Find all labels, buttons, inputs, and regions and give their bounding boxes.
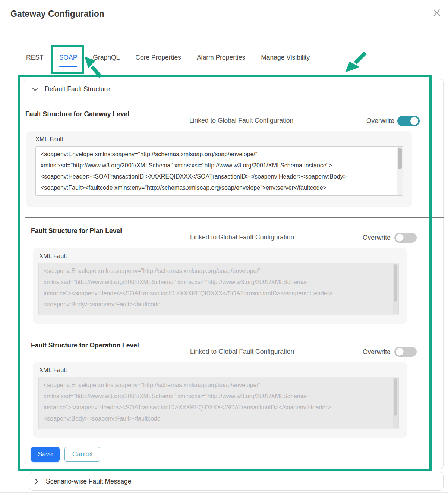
overwrite-toggle-plan[interactable] — [394, 233, 417, 243]
xml-fault-textarea-operation — [38, 377, 399, 429]
xml-fault-label: XML Fault — [39, 252, 67, 259]
linked-global-fault-text: Linked to Global Fault Configuration — [190, 233, 294, 241]
cancel-button[interactable]: Cancel — [64, 447, 100, 462]
close-icon[interactable] — [431, 7, 443, 19]
header-divider — [10, 33, 448, 33]
accordion-scenario-wise-fault-message[interactable]: Scenario-wise Fault Message — [29, 472, 444, 491]
xml-fault-textarea-gateway-wrap — [35, 146, 403, 196]
xml-fault-label: XML Fault — [35, 136, 63, 143]
arrow-down-left-icon — [341, 51, 368, 75]
toggle-knob — [396, 348, 404, 356]
chevron-right-icon — [35, 478, 38, 484]
arrow-up-left-icon — [83, 56, 103, 81]
soap-tab-highlight-box — [51, 45, 84, 74]
xml-fault-textarea-operation-wrap — [38, 377, 399, 429]
scrollbar-thumb[interactable] — [398, 148, 402, 169]
scrollbar-thumb — [394, 264, 397, 302]
toggle-knob — [410, 117, 418, 125]
gateway-configuration-modal: Gateway Configuration REST SOAP GraphQL … — [0, 0, 448, 497]
bottom-divider — [0, 492, 448, 493]
overwrite-label: Overwrite — [363, 348, 391, 356]
section-heading-plan: Fault Structure for Plan Level — [31, 227, 122, 235]
section-divider — [25, 332, 444, 332]
linked-global-fault-text: Linked to Global Fault Configuration — [189, 117, 293, 125]
resize-grip-icon — [394, 421, 398, 428]
xml-fault-textarea-plan-wrap — [38, 263, 399, 315]
section-heading-operation: Fault Structure for Operation Level — [31, 342, 139, 349]
overwrite-label: Overwrite — [366, 117, 394, 125]
accordion-title: Scenario-wise Fault Message — [46, 478, 132, 485]
scrollbar-track — [393, 264, 398, 314]
section-divider — [25, 217, 444, 218]
scrollbar-track — [393, 378, 398, 428]
scrollbar-thumb — [394, 378, 397, 416]
tab-core-properties[interactable]: Core Properties — [135, 54, 181, 62]
page-title: Gateway Configuration — [10, 9, 104, 19]
overwrite-label: Overwrite — [363, 234, 391, 242]
save-button[interactable]: Save — [31, 447, 60, 462]
resize-grip-icon — [394, 307, 398, 314]
linked-global-fault-text: Linked to Global Fault Configuration — [190, 348, 294, 356]
resize-grip-icon[interactable] — [398, 188, 402, 195]
chevron-down-icon — [32, 88, 38, 91]
overwrite-toggle-gateway[interactable] — [397, 116, 420, 126]
xml-fault-textarea-gateway[interactable] — [35, 146, 403, 196]
overwrite-toggle-operation[interactable] — [394, 347, 417, 357]
section-heading-gateway: Fault Structure for Gateway Level — [25, 110, 129, 118]
tab-rest[interactable]: REST — [26, 54, 44, 62]
toggle-knob — [396, 234, 404, 242]
accordion-title: Default Fault Structure — [45, 85, 110, 93]
tab-manage-visibility[interactable]: Manage Visibility — [261, 54, 310, 62]
tab-alarm-properties[interactable]: Alarm Properties — [197, 54, 245, 62]
xml-fault-label: XML Fault — [39, 367, 67, 374]
xml-fault-textarea-plan — [38, 263, 399, 315]
accordion-default-fault-structure[interactable]: Default Fault Structure — [23, 79, 444, 100]
